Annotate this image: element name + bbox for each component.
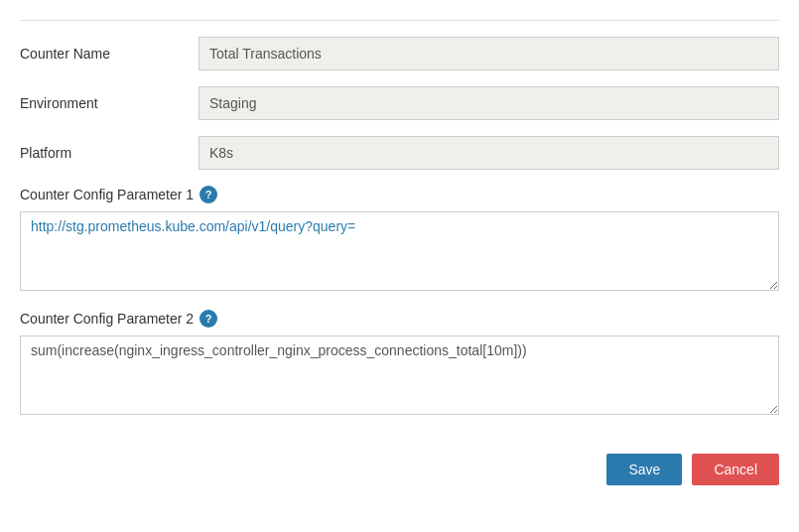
param2-label-row: Counter Config Parameter 2 ? <box>20 310 779 328</box>
param1-textarea-row <box>20 211 779 294</box>
top-divider <box>20 20 779 21</box>
environment-row: Environment <box>20 86 779 120</box>
form-container: Counter Name Environment Platform Counte… <box>0 0 799 444</box>
platform-label: Platform <box>20 145 199 161</box>
param2-textarea-row <box>20 335 779 418</box>
param2-textarea[interactable] <box>20 335 779 415</box>
param1-label: Counter Config Parameter 1 <box>20 187 194 202</box>
counter-name-input[interactable] <box>199 37 779 70</box>
param1-textarea[interactable] <box>20 211 779 291</box>
param1-help-icon[interactable]: ? <box>200 186 217 203</box>
cancel-button[interactable]: Cancel <box>692 454 779 485</box>
platform-row: Platform <box>20 136 779 170</box>
param2-label: Counter Config Parameter 2 <box>20 311 194 327</box>
save-button[interactable]: Save <box>606 454 682 485</box>
param2-help-icon[interactable]: ? <box>200 310 217 328</box>
counter-name-row: Counter Name <box>20 37 779 70</box>
environment-input[interactable] <box>199 86 779 120</box>
platform-input[interactable] <box>199 136 779 170</box>
param1-textarea-wrapper <box>20 211 779 294</box>
button-row: Save Cancel <box>0 444 799 495</box>
param2-textarea-wrapper <box>20 335 779 418</box>
environment-label: Environment <box>20 95 199 111</box>
counter-name-label: Counter Name <box>20 46 199 62</box>
param1-label-row: Counter Config Parameter 1 ? <box>20 186 779 203</box>
